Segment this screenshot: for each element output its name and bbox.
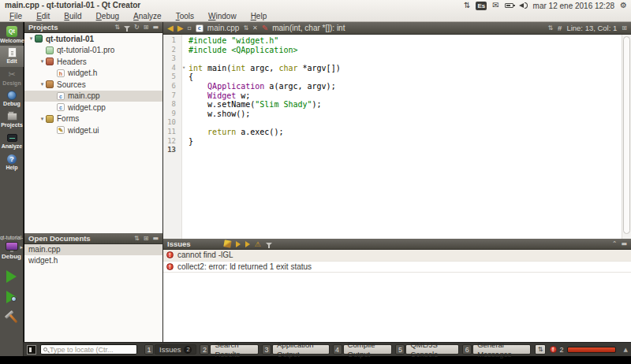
open-document-main-cpp[interactable]: main.cpp: [24, 244, 162, 255]
issue-row[interactable]: !cannot find -lGL: [163, 250, 631, 262]
pin-icon[interactable]: ▫: [187, 24, 191, 32]
pane-number[interactable]: 1: [144, 344, 154, 355]
kit-selector[interactable]: qt-tutorial-01Debug▸: [0, 235, 23, 260]
symbol-dropdown-icon[interactable]: ⇅: [547, 24, 553, 32]
close-pane-icon[interactable]: ▬: [152, 233, 159, 243]
menu-build[interactable]: Build: [57, 11, 88, 22]
mode-debug[interactable]: Debug: [0, 88, 24, 110]
open-document-widget-h[interactable]: widget.h: [24, 255, 162, 266]
pane-button[interactable]: Application Output: [272, 344, 330, 355]
mode-label: Design: [0, 80, 24, 86]
toggle-sidebar-icon[interactable]: [27, 345, 36, 355]
debug-run-button[interactable]: [0, 287, 24, 307]
issue-row[interactable]: !collect2: error: ld returned 1 exit sta…: [163, 262, 631, 273]
window-titlebar[interactable]: main.cpp - qt-tutorial-01 - Qt Creator ⇅…: [0, 0, 631, 11]
pane-number[interactable]: 5: [395, 344, 405, 355]
clear-issues-icon[interactable]: [223, 240, 231, 247]
scrollbar-thumb[interactable]: [623, 36, 630, 234]
tree-item-widget-cpp[interactable]: cwidget.cpp: [24, 102, 162, 113]
close-document-icon[interactable]: ✕: [252, 24, 258, 32]
close-panel-icon[interactable]: ▬: [621, 239, 627, 249]
file-dropdown-icon[interactable]: ⇅: [243, 24, 248, 32]
mode-projects[interactable]: Projects: [0, 110, 24, 131]
next-issue-icon[interactable]: [245, 241, 250, 247]
mode-edit[interactable]: Edit: [0, 46, 24, 67]
code-editor[interactable]: 1#include "widget.h"2#include <QApplicat…: [163, 35, 622, 239]
sync-with-editor-icon[interactable]: ↻: [134, 22, 140, 32]
pane-selector-icon[interactable]: ⇅: [114, 22, 120, 32]
tree-item-widget-h[interactable]: hwidget.h: [24, 68, 162, 80]
run-button[interactable]: [0, 266, 24, 287]
go-forward-icon[interactable]: ▶: [177, 23, 184, 34]
pane-number[interactable]: 6: [462, 344, 472, 355]
editor-scrollbar[interactable]: [622, 35, 631, 239]
mode-analyze[interactable]: Analyze: [0, 131, 24, 152]
tree-item-qt-tutorial-01-pro[interactable]: qt-tutorial-01.pro: [24, 45, 162, 57]
pane-selector-icon[interactable]: ⇅: [134, 233, 140, 243]
menu-tools[interactable]: Tools: [169, 11, 201, 22]
play-icon: [6, 270, 17, 283]
go-back-icon[interactable]: ◀: [167, 23, 174, 34]
token: {: [189, 72, 193, 81]
network-updown-icon[interactable]: ⇅: [464, 0, 470, 11]
build-error-count: 2: [560, 346, 564, 354]
encoding-indicator[interactable]: #: [558, 24, 562, 32]
pane-button[interactable]: QML/JS Console: [405, 344, 459, 355]
mode-sidebar: QtWelcomeEdit✂DesignDebugProjectsAnalyze…: [0, 22, 24, 356]
run-buttons: [0, 266, 23, 328]
mail-icon[interactable]: ✉: [492, 0, 498, 11]
build-progress-bar[interactable]: [567, 347, 616, 353]
pane-button[interactable]: Compile Output: [343, 344, 393, 355]
issue-text: cannot find -lGL: [177, 251, 233, 259]
menu-file[interactable]: File: [2, 11, 29, 22]
collapse-panel-icon[interactable]: ⌃: [612, 239, 618, 249]
line-column-indicator[interactable]: Line: 13, Col: 1: [566, 24, 617, 32]
tree-item-headers[interactable]: ▾Headers: [24, 56, 162, 68]
pane-button[interactable]: Search Results: [210, 344, 259, 355]
tree-item-qt-tutorial-01[interactable]: ▾qt-tutorial-01: [24, 33, 162, 45]
expand-arrow-icon[interactable]: ▾: [28, 35, 35, 42]
split-editor-icon[interactable]: ⊞: [622, 24, 627, 32]
open-file-name[interactable]: main.cpp: [207, 24, 240, 32]
keyboard-layout-indicator[interactable]: Es: [476, 2, 487, 10]
menu-help[interactable]: Help: [244, 11, 274, 22]
pane-updown-icon[interactable]: ⇅: [535, 344, 545, 355]
current-symbol[interactable]: main(int, char *[]): int: [272, 24, 345, 32]
pane-button[interactable]: General Messages: [472, 344, 531, 355]
pane-number[interactable]: 3: [262, 344, 271, 355]
top-panel: main.cpp - qt-tutorial-01 - Qt Creator ⇅…: [0, 0, 631, 22]
split-pane-icon[interactable]: ⊞: [144, 233, 149, 243]
expand-statusbar-icon[interactable]: ▲: [624, 347, 628, 353]
mode-help[interactable]: ?Help: [0, 152, 24, 173]
tree-item-main-cpp[interactable]: cmain.cpp: [24, 91, 162, 102]
clock[interactable]: mar 12 ene 2016 12:28: [533, 2, 614, 10]
mode-design[interactable]: ✂Design: [0, 67, 24, 88]
tree-item-widget-ui[interactable]: ✎widget.ui: [24, 124, 162, 136]
pane-button[interactable]: Issues2: [155, 344, 196, 355]
build-button[interactable]: [0, 307, 24, 328]
filter-issues-icon[interactable]: [266, 243, 272, 246]
filter-icon[interactable]: [124, 26, 130, 29]
pane-number[interactable]: 4: [333, 344, 342, 355]
session-gear-icon[interactable]: ⚙: [620, 0, 627, 11]
show-warnings-icon[interactable]: ⚠: [255, 240, 261, 248]
expand-arrow-icon[interactable]: ▾: [39, 81, 46, 87]
previous-issue-icon[interactable]: [236, 241, 241, 247]
tree-item-forms[interactable]: ▾Forms: [24, 113, 162, 125]
close-pane-icon[interactable]: ▬: [152, 22, 159, 32]
tree-item-sources[interactable]: ▾Sources: [24, 79, 162, 91]
mode-welcome[interactable]: QtWelcome: [0, 24, 24, 46]
battery-icon[interactable]: [505, 3, 513, 8]
sound-icon[interactable]: [519, 2, 528, 9]
menu-debug[interactable]: Debug: [89, 11, 126, 22]
split-pane-icon[interactable]: ⊞: [144, 22, 149, 32]
code-line: 2#include <QApplication>: [163, 46, 622, 55]
expand-arrow-icon[interactable]: ▾: [39, 58, 46, 65]
menu-analyze[interactable]: Analyze: [126, 11, 169, 22]
pane-number[interactable]: 2: [200, 344, 209, 355]
menu-edit[interactable]: Edit: [29, 11, 57, 22]
fold-marker-icon[interactable]: ▾: [179, 64, 189, 73]
menu-window[interactable]: Window: [201, 11, 244, 22]
locator-input[interactable]: [50, 346, 134, 354]
expand-arrow-icon[interactable]: ▾: [39, 116, 46, 122]
